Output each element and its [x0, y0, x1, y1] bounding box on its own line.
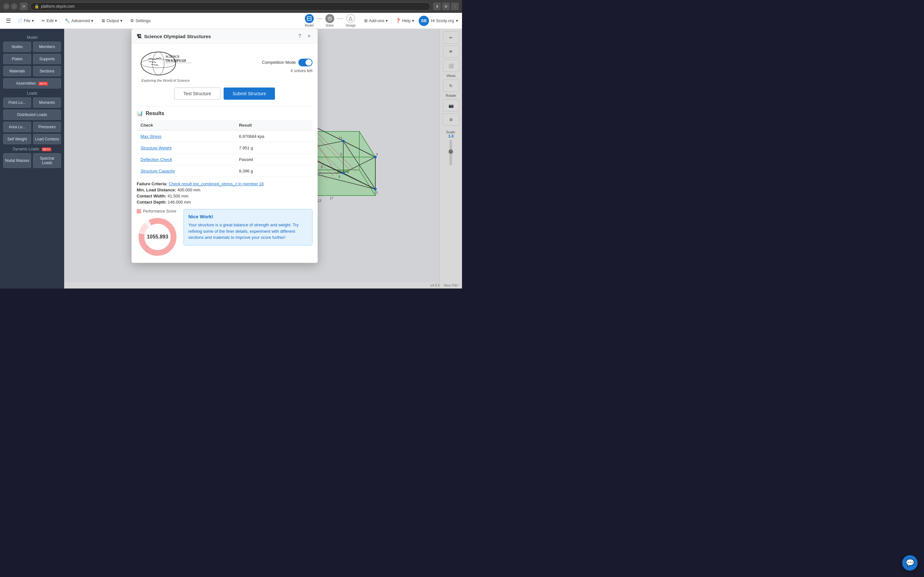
load-combos-button[interactable]: Load Combos [33, 134, 61, 144]
app-bar: ☰ 📄 File ▾ ✏ Edit ▾ 🔧 Advanced ▾ 🖥 Outpu… [0, 13, 462, 29]
dynamic-loads-grid: Nodal Masses Spectral Loads [3, 153, 61, 168]
assemblies-button[interactable]: Assemblies BETA [3, 78, 61, 89]
settings-menu-button[interactable]: ⚙ Settings [127, 16, 153, 25]
main-layout: Model Nodes Members Plates Supports Mate… [0, 29, 462, 288]
check-cell[interactable]: Structure Weight [137, 142, 235, 154]
sections-button[interactable]: Sections [33, 66, 61, 76]
modal-close-button[interactable]: × [306, 33, 312, 40]
svg-text:OLYMPIAD: OLYMPIAD [166, 59, 186, 63]
modal-help-button[interactable]: ? [296, 33, 303, 40]
spectral-loads-button[interactable]: Spectral Loads [33, 153, 61, 168]
so-logo-area: SCIENCE OLYMPIAD Exploring the World of … [137, 49, 194, 82]
contact-width-row: Contact Width: 41.500 mm [137, 193, 312, 198]
avatar: SB [419, 16, 429, 26]
grid-icon: ⊞ [364, 18, 368, 23]
test-structure-button[interactable]: Test Structure [174, 87, 220, 100]
advanced-menu-button[interactable]: 🔧 Advanced ▾ [61, 16, 97, 25]
dynamic-loads-section-title: Dynamic Loads BETA [3, 147, 61, 151]
table-row: Structure Weight7.951 g [137, 142, 312, 154]
results-table: Check Result Max Stress6.970684 kpaStruc… [137, 120, 312, 177]
chevron-down-icon: ▾ [32, 18, 34, 23]
question-icon: ❓ [396, 18, 401, 23]
chevron-down-icon: ▾ [120, 18, 123, 23]
donut-chart: 1055.893 [137, 216, 178, 258]
criteria-section: Failure Criteria: Check result top_combi… [137, 181, 312, 205]
forward-button[interactable]: › [11, 3, 17, 10]
nodes-button[interactable]: Nodes [3, 42, 31, 52]
download-button[interactable]: ⬇ [433, 3, 441, 10]
extensions-button[interactable]: ⚙ [442, 3, 450, 10]
design-tab[interactable]: Design [346, 14, 356, 27]
modal-title: 🏗 Science Olympiad Structures [137, 34, 211, 39]
self-weight-button[interactable]: Self Weight [3, 134, 31, 144]
perf-legend: Performance Score [137, 209, 178, 213]
so-header: SCIENCE OLYMPIAD Exploring the World of … [137, 49, 312, 82]
nice-work-box: Nice Work! Your structure is a great bal… [184, 209, 312, 245]
moments-button[interactable]: Moments [33, 97, 61, 108]
modal-body: SCIENCE OLYMPIAD Exploring the World of … [132, 44, 318, 263]
model-tab[interactable]: Model [305, 14, 314, 27]
back-button[interactable]: ‹ [3, 3, 10, 10]
failure-criteria-row: Failure Criteria: Check result top_combi… [137, 181, 312, 186]
addons-menu-button[interactable]: ⊞ Add-ons ▾ [361, 16, 391, 25]
trophy-icon: 🏗 [137, 34, 142, 39]
modal-header: 🏗 Science Olympiad Structures ? × [132, 29, 318, 44]
plates-button[interactable]: Plates [3, 54, 31, 64]
distributed-loads-button[interactable]: Distributed Loads [3, 110, 61, 120]
competition-mode-toggle[interactable] [298, 59, 312, 66]
gear-icon: ⚙ [130, 18, 134, 23]
submit-structure-button[interactable]: Submit Structure [224, 87, 275, 100]
output-menu-button[interactable]: 🖥 Output ▾ [98, 16, 126, 25]
members-button[interactable]: Members [33, 42, 61, 52]
science-olympiad-modal: 🏗 Science Olympiad Structures ? × [132, 29, 318, 263]
failure-criteria-link[interactable]: Check result top_combined_stress_z in me… [169, 181, 264, 186]
bottom-section: Performance Score [137, 209, 312, 258]
result-cell: 6.970684 kpa [235, 131, 312, 142]
solve-tab[interactable]: Solve [325, 14, 334, 27]
address-bar[interactable]: 🔒 platform.skyciv.com [30, 2, 431, 11]
edit-menu-button[interactable]: ✏ Edit ▾ [39, 16, 60, 25]
competition-mode-toggle-row: Competition Mode [262, 59, 313, 66]
supports-button[interactable]: Supports [33, 54, 61, 64]
help-menu-button[interactable]: ❓ Help ▾ [393, 16, 417, 25]
monitor-icon: 🖥 [101, 18, 105, 23]
check-cell[interactable]: Deflection Check [137, 154, 235, 165]
pressures-button[interactable]: Pressures [33, 122, 61, 132]
user-menu-button[interactable]: SB Hi Scioly.org ▾ [419, 16, 458, 26]
refresh-button[interactable]: ⟳ [20, 3, 27, 10]
result-cell: 8,396 g [235, 165, 312, 177]
area-loads-button[interactable]: Area Lo... [3, 122, 31, 132]
wrench-icon: 🔧 [65, 18, 70, 23]
toggle-knob [305, 59, 312, 66]
solve-circle [325, 14, 334, 23]
table-row: Structure Capacity8,396 g [137, 165, 312, 177]
svg-text:SCIENCE: SCIENCE [166, 55, 180, 58]
svg-point-53 [153, 52, 164, 75]
performance-value: 1055.893 [147, 234, 168, 240]
action-buttons: Test Structure Submit Structure [137, 87, 312, 100]
chevron-down-icon: ▾ [456, 18, 458, 23]
check-cell[interactable]: Structure Capacity [137, 165, 235, 177]
model-circle [305, 14, 314, 23]
file-menu-button[interactable]: 📄 File ▾ [14, 16, 37, 25]
hamburger-button[interactable]: ☰ [4, 15, 13, 26]
check-cell[interactable]: Max Stress [137, 131, 235, 142]
design-circle [346, 14, 355, 23]
model-buttons-grid: Nodes Members Plates Supports Materials … [3, 42, 61, 89]
check-column-header: Check [137, 120, 235, 131]
nodal-masses-button[interactable]: Nodal Masses [3, 153, 31, 168]
chevron-down-icon: ▾ [55, 18, 57, 23]
nice-work-text: Your structure is a great balance of str… [188, 222, 308, 241]
workflow-connector-2 [337, 18, 343, 19]
lock-icon: 🔒 [34, 4, 39, 9]
solve-label: Solve [326, 24, 334, 27]
chevron-down-icon: ▾ [91, 18, 94, 23]
app-nav: 📄 File ▾ ✏ Edit ▾ 🔧 Advanced ▾ 🖥 Output … [14, 16, 304, 25]
model-label: Model [305, 24, 313, 27]
materials-button[interactable]: Materials [3, 66, 31, 76]
menu-button[interactable]: ⋮ [451, 3, 459, 10]
workflow-connector-1 [317, 18, 323, 19]
result-cell: Passed [235, 154, 312, 165]
so-tagline: Exploring the World of Science [142, 79, 190, 82]
point-loads-button[interactable]: Point Lo... [3, 97, 31, 108]
